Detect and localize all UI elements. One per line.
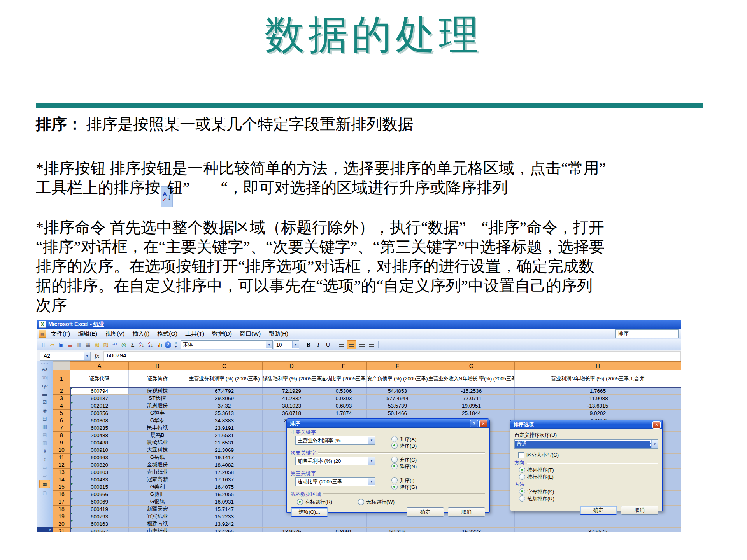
cell-value[interactable]: 13.4265 [186, 528, 263, 532]
tertiary-descending-radio[interactable]: 降序(G) [391, 484, 417, 490]
cell-value[interactable]: 19.0951 [428, 402, 515, 410]
cell-value[interactable]: 53.5739 [367, 402, 428, 410]
alphabetic-sort-radio[interactable]: 字母排序(S) [519, 488, 658, 495]
cell-code[interactable]: 600419 [70, 506, 129, 513]
cell-value[interactable]: 21.6531 [186, 432, 263, 439]
column-header[interactable]: E [321, 362, 367, 370]
cell-name[interactable]: 保税科技 [129, 387, 186, 395]
font-size-combo[interactable]: 10▼ [274, 340, 299, 349]
row-number[interactable]: 14 [53, 476, 70, 483]
ok-button[interactable]: 确定 [580, 506, 617, 515]
field-header-cell[interactable]: 主营业务收入N年增长 率(%) (2005三季;1) [428, 370, 515, 387]
tertiary-ascending-radio[interactable]: 升序(I) [391, 477, 417, 483]
spinner-icon[interactable]: ↕ [40, 455, 50, 463]
type-question-box[interactable]: 排序 [615, 329, 679, 338]
cell-name[interactable]: 冠豪高新 [129, 476, 186, 483]
align-left-button[interactable] [337, 341, 346, 349]
cell-name-box[interactable]: A2▼ [40, 352, 91, 360]
cell-value[interactable]: 39.8069 [186, 395, 263, 402]
cell-name[interactable]: 新疆天宏 [129, 506, 186, 513]
cell-code[interactable]: 000815 [70, 483, 129, 491]
row-number[interactable]: 15 [53, 483, 70, 491]
save-icon[interactable]: ▣ [57, 341, 65, 348]
cell-code[interactable]: 002012 [70, 402, 129, 410]
cell-value[interactable]: 1.7665 [515, 387, 681, 395]
cell-name[interactable]: G岳纸 [129, 454, 186, 461]
cell-code[interactable]: 600356 [70, 410, 129, 417]
formula-input[interactable]: 600794 [103, 351, 681, 361]
cell-value[interactable]: 24.8383 [186, 417, 263, 424]
merge-center-button[interactable] [367, 341, 376, 349]
menu-item[interactable]: 文件(F) [47, 330, 74, 338]
excel-titlebar[interactable]: X Microsoft Excel - 纸业 [37, 320, 681, 329]
ok-button[interactable]: 确定 [407, 508, 444, 517]
cell-code[interactable]: 000488 [70, 439, 129, 446]
menu-item[interactable]: 数据(D) [208, 330, 236, 338]
cell-code[interactable]: 600163 [70, 520, 129, 528]
row-number[interactable]: 5 [53, 410, 70, 417]
cell-value[interactable]: -13.6315 [515, 402, 681, 410]
case-sensitive-checkbox[interactable]: 区分大小写(C) [518, 452, 559, 458]
column-header[interactable]: C [186, 362, 263, 370]
cell-code[interactable]: 600103 [70, 469, 129, 476]
cell-value[interactable]: 50.1466 [367, 410, 428, 417]
run-dialog-icon[interactable]: ▢ [40, 489, 50, 496]
cell-name[interactable]: 山鹰纸业 [129, 528, 186, 532]
secondary-descending-radio[interactable]: 降序(N) [391, 463, 417, 469]
secondary-key-combo[interactable]: 销售毛利率 (%) (20▼ [295, 457, 375, 466]
custom-order-combo[interactable]: 普通 ▼ [514, 439, 658, 449]
column-header[interactable]: G [428, 362, 515, 370]
menu-item[interactable]: 工具(T) [181, 330, 208, 338]
field-header-cell[interactable]: 证券代码 [70, 370, 129, 387]
cell-code[interactable]: 000820 [70, 461, 129, 469]
cell-value[interactable]: 0.5306 [321, 387, 367, 395]
field-header-cell[interactable]: 主营业务利润率 (%) (2005三季) [186, 370, 263, 387]
cell-value[interactable]: 38.1023 [263, 402, 321, 410]
listbox-icon[interactable]: ▤ [40, 415, 50, 422]
row-number[interactable]: 7 [53, 424, 70, 432]
cell-name[interactable]: 福建南纸 [129, 520, 186, 528]
cell-value[interactable]: 0.0303 [321, 395, 367, 402]
cell-value[interactable]: 19.1417 [186, 454, 263, 461]
menu-item[interactable]: 插入(I) [128, 330, 153, 338]
row-number[interactable]: 17 [53, 498, 70, 506]
row-number[interactable]: 6 [53, 417, 70, 424]
cell-value[interactable]: 41.2832 [263, 395, 321, 402]
cell-name[interactable]: 晨鸣B [129, 432, 186, 439]
listbox-disabled-icon[interactable]: ▤ [40, 431, 50, 438]
primary-ascending-radio[interactable]: 升序(A) [391, 436, 417, 442]
cell-value[interactable]: 16.2055 [186, 491, 263, 498]
cell-value[interactable]: 72.1929 [263, 387, 321, 395]
row-number[interactable]: 21 [53, 528, 70, 532]
cell-value[interactable]: 16.0931 [186, 498, 263, 506]
cell-name[interactable]: 青山纸业 [129, 469, 186, 476]
font-name-combo[interactable]: 宋体▼ [181, 340, 273, 349]
cell-code[interactable]: 600235 [70, 424, 129, 432]
row-number[interactable]: 9 [53, 439, 70, 446]
cell-value[interactable]: 21.6531 [186, 439, 263, 446]
cell-name[interactable]: G博汇 [129, 491, 186, 498]
cell-value[interactable] [367, 520, 428, 528]
sort-by-column-radio[interactable]: 按列排序(T) [519, 467, 658, 473]
column-header[interactable]: F [367, 362, 428, 370]
edit-code-icon[interactable]: ▱ [40, 472, 50, 479]
cell-value[interactable] [321, 520, 367, 528]
row-number[interactable]: 20 [53, 520, 70, 528]
cell-value[interactable]: 9.0202 [515, 410, 681, 417]
dialog-help-button[interactable]: ? [470, 420, 478, 427]
cell-value[interactable]: 577.4944 [367, 395, 428, 402]
chart-wizard-icon[interactable] [156, 342, 163, 347]
checkbox-icon[interactable]: ☑ [40, 398, 50, 406]
menu-item[interactable]: 帮助(H) [265, 330, 292, 338]
cell-code[interactable]: 600137 [70, 395, 129, 402]
cell-value[interactable] [515, 520, 681, 528]
cell-code[interactable]: 600308 [70, 417, 129, 424]
help-icon[interactable]: ? [165, 341, 171, 348]
cell-code[interactable]: 600963 [70, 454, 129, 461]
bold-button[interactable]: B [304, 341, 313, 349]
cell-name[interactable]: 金城股份 [129, 461, 186, 469]
new-icon[interactable]: ▯ [39, 341, 47, 348]
cell-value[interactable]: 37.6575 [515, 528, 681, 532]
insert-function-icon[interactable]: fx [95, 353, 100, 359]
cell-value[interactable]: 23.9191 [186, 424, 263, 432]
